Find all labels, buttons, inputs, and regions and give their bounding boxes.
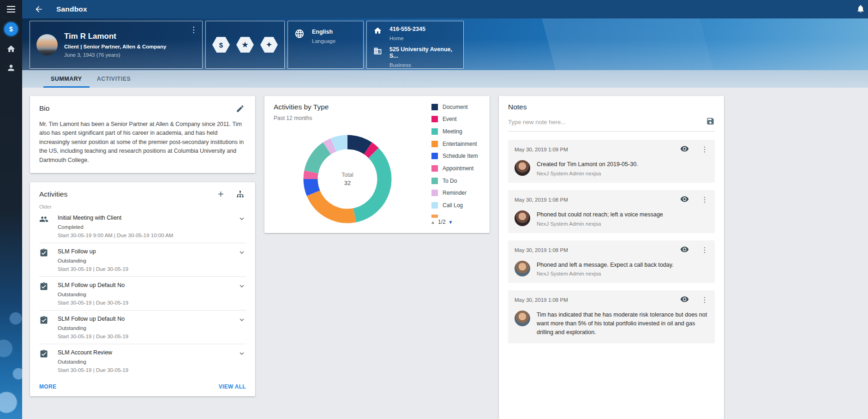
legend-item: Schedule Item <box>431 153 488 160</box>
view-note-button[interactable] <box>680 245 689 255</box>
save-note-button[interactable] <box>706 117 715 127</box>
activities-title: Activities <box>39 190 207 198</box>
sitemap-icon <box>236 190 245 198</box>
eye-icon <box>680 245 689 254</box>
profile-menu-icon[interactable]: ⋮ <box>187 24 200 36</box>
chart-legend: Document Event Meeting Entertainment Sch… <box>431 103 488 218</box>
note-item: May 30, 2019 1:09 PM ⋮ Created for Tim L… <box>508 140 715 183</box>
expand-activity-button[interactable] <box>238 248 246 257</box>
task-icon <box>39 248 48 257</box>
tab-bar: SUMMARY ACTIVITIES <box>22 70 868 88</box>
back-button[interactable] <box>33 4 44 15</box>
phone-number: 416-555-2345 <box>389 26 425 32</box>
activities-group-label: Older <box>39 204 246 210</box>
legend-page-down-icon[interactable]: ▼ <box>449 220 453 225</box>
activity-status: Outstanding <box>58 292 233 297</box>
menu-icon[interactable] <box>7 6 15 12</box>
chevron-down-icon <box>238 215 246 223</box>
activity-row: Initial Meeting with Client Completed St… <box>39 210 246 243</box>
plus-icon <box>216 190 225 198</box>
badges-card: $ ★ ✦ <box>205 21 285 69</box>
legend-swatch <box>431 116 438 122</box>
view-note-button[interactable] <box>680 144 689 155</box>
note-menu-icon[interactable]: ⋮ <box>701 196 708 204</box>
note-author: NexJ System Admin nexjsa <box>537 271 673 276</box>
avatar <box>515 160 530 176</box>
bell-icon <box>856 4 865 13</box>
eye-icon <box>680 195 689 204</box>
profile-card: Tim R Lamont Client | Senior Partner, Al… <box>30 21 203 69</box>
activity-row: SLM Follow up Default No Outstanding Sta… <box>39 311 246 344</box>
contact-info-card: 416-555-2345 Home 525 University Avenue,… <box>366 21 464 69</box>
home-icon <box>373 26 382 35</box>
address-value: 525 University Avenue, S... <box>389 46 457 59</box>
chevron-down-icon <box>238 282 246 290</box>
legend-swatch <box>431 190 438 196</box>
legend-label: To Do <box>443 178 457 184</box>
tab-summary[interactable]: SUMMARY <box>43 70 90 88</box>
legend-swatch <box>431 141 438 147</box>
top-bar: Sandbox <box>22 0 868 18</box>
building-icon <box>373 47 382 55</box>
activity-title: Initial Meeting with Client <box>58 215 233 221</box>
chevron-down-icon <box>238 248 246 257</box>
legend-swatch <box>431 178 438 184</box>
note-menu-icon[interactable]: ⋮ <box>701 296 708 304</box>
pencil-icon <box>236 104 245 113</box>
chevron-down-icon <box>238 316 246 324</box>
view-all-button[interactable]: VIEW ALL <box>219 383 246 390</box>
activity-title: SLM Follow up <box>58 248 233 255</box>
view-note-button[interactable] <box>680 295 689 305</box>
note-menu-icon[interactable]: ⋮ <box>701 146 708 153</box>
legend-swatch <box>431 165 438 172</box>
note-author: NexJ System Admin nexjsa <box>537 171 638 176</box>
activity-title: SLM Account Review <box>58 349 233 356</box>
legend-pagination: ▲ 1/2 ▼ <box>431 219 453 225</box>
person-icon <box>6 63 16 72</box>
legend-label: Schedule Item <box>443 153 478 159</box>
sidebar-item-home[interactable] <box>4 43 18 55</box>
tab-activities[interactable]: ACTIVITIES <box>90 70 138 88</box>
dollar-icon: $ <box>9 25 13 33</box>
new-note-input[interactable] <box>508 119 700 126</box>
notes-card: Notes May 30, 2019 1:09 PM ⋮ Created for… <box>499 96 724 419</box>
sidebar-item-finance[interactable]: $ <box>4 22 18 36</box>
note-menu-icon[interactable]: ⋮ <box>701 246 708 254</box>
note-timestamp: May 30, 2019 1:08 PM <box>515 297 680 303</box>
bio-title: Bio <box>39 104 234 113</box>
expand-activity-button[interactable] <box>238 316 246 325</box>
hierarchy-view-button[interactable] <box>234 189 246 200</box>
note-timestamp: May 30, 2019 1:08 PM <box>515 197 680 203</box>
legend-page-up-icon[interactable]: ▲ <box>431 220 435 225</box>
legend-label: Appointment <box>443 165 473 172</box>
add-activity-button[interactable] <box>215 189 227 200</box>
page-title: Sandbox <box>56 5 87 13</box>
avatar <box>36 34 58 55</box>
legend-swatch <box>431 104 438 110</box>
edit-bio-button[interactable] <box>234 103 246 114</box>
home-icon <box>6 44 16 54</box>
language-label: Language <box>312 38 335 44</box>
language-value: English <box>312 29 335 35</box>
view-note-button[interactable] <box>680 195 689 205</box>
activity-status: Outstanding <box>58 325 233 331</box>
expand-activity-button[interactable] <box>238 215 246 224</box>
arrow-left-icon <box>34 5 43 14</box>
more-button[interactable]: MORE <box>39 383 56 390</box>
expand-activity-button[interactable] <box>238 349 246 359</box>
badge-dollar-icon[interactable]: $ <box>212 37 230 53</box>
task-icon <box>39 282 48 291</box>
expand-activity-button[interactable] <box>238 282 246 291</box>
badge-star-icon[interactable]: ★ <box>236 37 254 53</box>
activity-dates: Start 30-05-19 9:00 AM | Due 30-05-19 10… <box>58 233 233 238</box>
notifications-button[interactable] <box>856 4 865 15</box>
note-item: May 30, 2019 1:08 PM ⋮ Phoned but could … <box>508 190 715 233</box>
note-timestamp: May 30, 2019 1:08 PM <box>515 247 680 253</box>
notes-list: May 30, 2019 1:09 PM ⋮ Created for Tim L… <box>508 140 715 343</box>
language-card: English Language <box>287 21 364 69</box>
donut-chart: Total 32 <box>299 131 395 227</box>
sidebar-item-contacts[interactable] <box>4 62 18 74</box>
legend-item <box>431 214 488 218</box>
badge-sparkle-icon[interactable]: ✦ <box>260 37 278 53</box>
app-window: $ Sandbox Tim R Lamont Client | Se <box>0 0 868 419</box>
